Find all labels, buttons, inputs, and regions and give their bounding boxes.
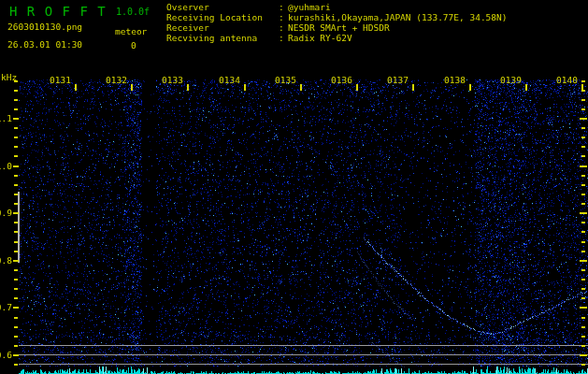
info-value: NESDR SMArt + HDSDR bbox=[288, 22, 390, 33]
meteor-count-value: 0 bbox=[131, 40, 136, 50]
meteor-count-label: meteor bbox=[115, 26, 147, 36]
observation-datetime: 26.03.01 01:30 bbox=[7, 39, 82, 50]
info-label: Receiver bbox=[166, 22, 279, 33]
observer-info: Ovserver:@yuhmari Receiving Location:kur… bbox=[166, 2, 508, 43]
info-value: kurashiki,Okayama,JAPAN (133.77E, 34.58N… bbox=[288, 12, 508, 22]
info-row-location: Receiving Location:kurashiki,Okayama,JAP… bbox=[166, 12, 508, 22]
app-title: H R O F F T bbox=[9, 4, 107, 19]
spectrogram-canvas bbox=[0, 0, 588, 374]
info-row-observer: Ovserver:@yuhmari bbox=[166, 2, 508, 12]
info-separator: : bbox=[279, 33, 288, 43]
info-separator: : bbox=[279, 12, 288, 22]
info-value: @yuhmari bbox=[288, 2, 331, 12]
info-row-receiver: Receiver:NESDR SMArt + HDSDR bbox=[166, 22, 508, 33]
info-value: Radix RY-62V bbox=[288, 33, 352, 43]
info-label: Ovserver bbox=[166, 2, 279, 12]
info-row-antenna: Recviving antenna:Radix RY-62V bbox=[166, 33, 508, 43]
app-version: 1.0.0f bbox=[116, 7, 150, 17]
hrofft-screen: H R O F F T 1.0.0f 2603010130.png meteor… bbox=[0, 0, 588, 374]
info-separator: : bbox=[279, 2, 288, 12]
info-separator: : bbox=[279, 22, 288, 33]
info-label: Receiving Location bbox=[166, 12, 279, 22]
output-filename: 2603010130.png bbox=[7, 22, 82, 32]
info-label: Recviving antenna bbox=[166, 33, 279, 43]
